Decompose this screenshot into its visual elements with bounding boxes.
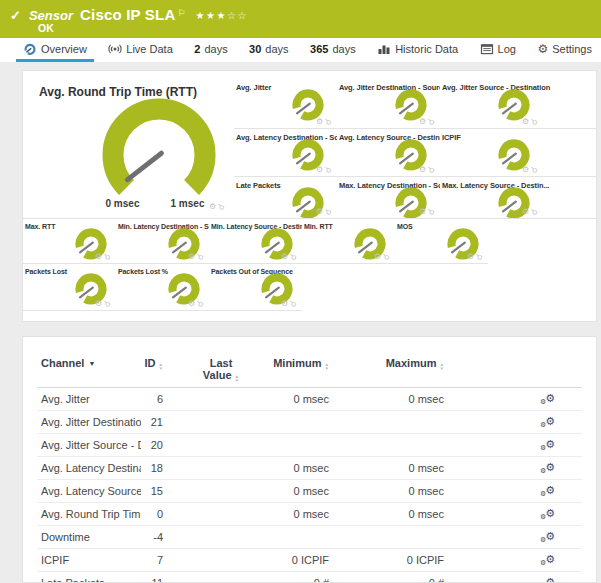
channel-settings-icon[interactable]: ⚙⚙ (540, 577, 555, 583)
sort-icon[interactable]: ▲▼ (158, 363, 163, 370)
channel-name[interactable]: Avg. Latency Source - D... (37, 480, 141, 503)
gear-icon[interactable]: ⚙ (188, 299, 195, 308)
pin-icon[interactable]: ⚲ (426, 116, 437, 127)
gear-icon[interactable]: ⚙ (95, 252, 102, 261)
gear-icon[interactable]: ⚙ (522, 207, 529, 216)
gear-icon[interactable]: ⚙ (316, 165, 323, 174)
priority-star-rating[interactable]: ★★★☆☆ (196, 10, 248, 21)
channel-settings-icon[interactable]: ⚙⚙ (540, 462, 555, 474)
gauge-tile-avg-rtt[interactable]: Avg. Round Trip Time (RTT) 0 msec 1 msec… (23, 79, 234, 219)
gauge-tile[interactable]: Avg. Latency Destination - So... ⚙⚲ (234, 129, 337, 177)
gauge-tile[interactable]: Avg. Jitter Source - Destination ⚙⚲ (440, 79, 596, 129)
pin-icon[interactable]: ⚲ (195, 251, 206, 262)
tab-historic-data[interactable]: Historic Data (370, 38, 465, 62)
column-header-minimum[interactable]: Minimum▲▼ (273, 355, 330, 388)
pin-icon[interactable]: ⚲ (529, 164, 540, 175)
gauge-tile[interactable]: Min. Latency Destination - So... ⚙⚲ (116, 219, 209, 264)
tab-2-days[interactable]: 2 days (187, 38, 234, 62)
channel-settings-icon[interactable]: ⚙⚙ (540, 439, 555, 451)
pin-icon[interactable]: ⚲ (426, 206, 437, 217)
column-header-id[interactable]: ID▲▼ (141, 355, 169, 388)
sort-desc-icon[interactable]: ▼ (88, 360, 95, 367)
channel-maximum: 0 msec (330, 480, 445, 503)
gauge-tile[interactable]: ICPIF ⚙⚲ (440, 129, 596, 177)
gear-icon[interactable]: ⚙ (467, 252, 474, 261)
gear-icon[interactable]: ⚙ (281, 299, 288, 308)
gauge-tile[interactable]: Avg. Latency Source - Destin... ⚙⚲ (337, 129, 440, 177)
gear-icon[interactable]: ⚙ (419, 117, 426, 126)
column-header-maximum[interactable]: Maximum▲▼ (330, 355, 445, 388)
gauge-tile[interactable]: Avg. Jitter Destination - Source ⚙⚲ (337, 79, 440, 129)
pin-icon[interactable]: ⚲ (381, 251, 392, 262)
gauge-tile[interactable]: Late Packets ⚙⚲ (234, 177, 337, 219)
channel-name[interactable]: Avg. Jitter Destination -... (37, 411, 141, 434)
channel-settings-icon[interactable]: ⚙⚙ (540, 508, 555, 520)
gauge-tile-label: MOS (397, 223, 413, 230)
channel-id: 7 (141, 549, 169, 572)
pin-icon[interactable]: ⚲ (216, 201, 227, 212)
pin-icon[interactable]: ⚲ (288, 298, 299, 309)
pin-icon[interactable]: ⚲ (323, 206, 334, 217)
pin-icon[interactable]: ⚲ (529, 116, 540, 127)
gauge-tile[interactable]: Min. RTT ⚙⚲ (302, 219, 395, 264)
gear-icon[interactable]: ⚙ (316, 207, 323, 216)
pin-icon[interactable]: ⚲ (102, 251, 113, 262)
gear-icon[interactable]: ⚙ (188, 252, 195, 261)
sort-icon[interactable]: ▲▼ (235, 375, 240, 382)
tab-settings[interactable]: ⚙ Settings (530, 38, 599, 62)
gauge-tile[interactable]: Packets Lost ⚙⚲ (23, 264, 116, 311)
gear-icon[interactable]: ⚙ (281, 252, 288, 261)
log-icon (480, 42, 494, 56)
pin-icon[interactable]: ⚲ (426, 164, 437, 175)
gear-icon[interactable]: ⚙ (95, 299, 102, 308)
tab-overview[interactable]: Overview (16, 38, 94, 62)
pin-icon[interactable]: ⚲ (288, 251, 299, 262)
gauge-tile[interactable]: Packets Out of Sequence ⚙⚲ (209, 264, 302, 311)
gear-icon[interactable]: ⚙ (209, 202, 216, 211)
channel-name[interactable]: Downtime (37, 526, 141, 549)
gear-icon[interactable]: ⚙ (316, 117, 323, 126)
sort-icon[interactable]: ▲▼ (439, 363, 444, 370)
channel-name[interactable]: Avg. Jitter (37, 388, 141, 411)
chart-icon (377, 42, 391, 56)
channel-name[interactable]: ICPIF (37, 549, 141, 572)
column-header-last-value[interactable]: Last Value▲▼ (169, 355, 273, 388)
gauge-tile[interactable]: Packets Lost % ⚙⚲ (116, 264, 209, 311)
gauge-row-5: Packets Lost ⚙⚲ Packets Lost % ⚙⚲ Packet… (23, 264, 302, 311)
gauge-tile[interactable]: Max. Latency Source - Destin... ⚙⚲ (440, 177, 596, 219)
gear-icon[interactable]: ⚙ (522, 117, 529, 126)
gear-icon[interactable]: ⚙ (419, 207, 426, 216)
channel-settings-icon[interactable]: ⚙⚙ (540, 554, 555, 566)
gauge-row-4: Max. RTT ⚙⚲ Min. Latency Destination - S… (23, 219, 488, 264)
tab-30-days[interactable]: 30 days (242, 38, 296, 62)
pin-icon[interactable]: ⚲ (474, 251, 485, 262)
gauge-tile[interactable]: Avg. Jitter ⚙⚲ (234, 79, 337, 129)
channel-name[interactable]: Late Packets (37, 572, 141, 583)
gear-icon[interactable]: ⚙ (374, 252, 381, 261)
tab-log[interactable]: Log (473, 38, 523, 62)
pin-icon[interactable]: ⚲ (102, 298, 113, 309)
channel-settings-icon[interactable]: ⚙⚙ (540, 393, 555, 405)
gear-icon[interactable]: ⚙ (522, 165, 529, 174)
gauge-tile-label: Late Packets (236, 181, 281, 190)
pin-icon[interactable]: ⚲ (195, 298, 206, 309)
gauge-tile[interactable]: Min. Latency Source - Destina... ⚙⚲ (209, 219, 302, 264)
column-header-channel[interactable]: Channel▼ (37, 355, 141, 388)
pin-icon[interactable]: ⚲ (529, 206, 540, 217)
status-ok-check-icon: ✓ (10, 8, 21, 23)
channel-settings-icon[interactable]: ⚙⚙ (540, 531, 555, 543)
gear-icon[interactable]: ⚙ (419, 165, 426, 174)
gauge-tile[interactable]: Max. Latency Destination - So... ⚙⚲ (337, 177, 440, 219)
gauge-tile[interactable]: Max. RTT ⚙⚲ (23, 219, 116, 264)
tab-live-data[interactable]: Live Data (101, 38, 179, 62)
sort-icon[interactable]: ▲▼ (324, 363, 329, 370)
pin-icon[interactable]: ⚲ (323, 164, 334, 175)
channel-name[interactable]: Avg. Round Trip Time (... (37, 503, 141, 526)
channel-name[interactable]: Avg. Jitter Source - Des... (37, 434, 141, 457)
channel-settings-icon[interactable]: ⚙⚙ (540, 485, 555, 497)
gauge-tile[interactable]: MOS ⚙⚲ (395, 219, 488, 264)
channel-name[interactable]: Avg. Latency Destinatio... (37, 457, 141, 480)
pin-icon[interactable]: ⚲ (323, 116, 334, 127)
channel-settings-icon[interactable]: ⚙⚙ (540, 416, 555, 428)
tab-365-days[interactable]: 365 days (303, 38, 363, 62)
